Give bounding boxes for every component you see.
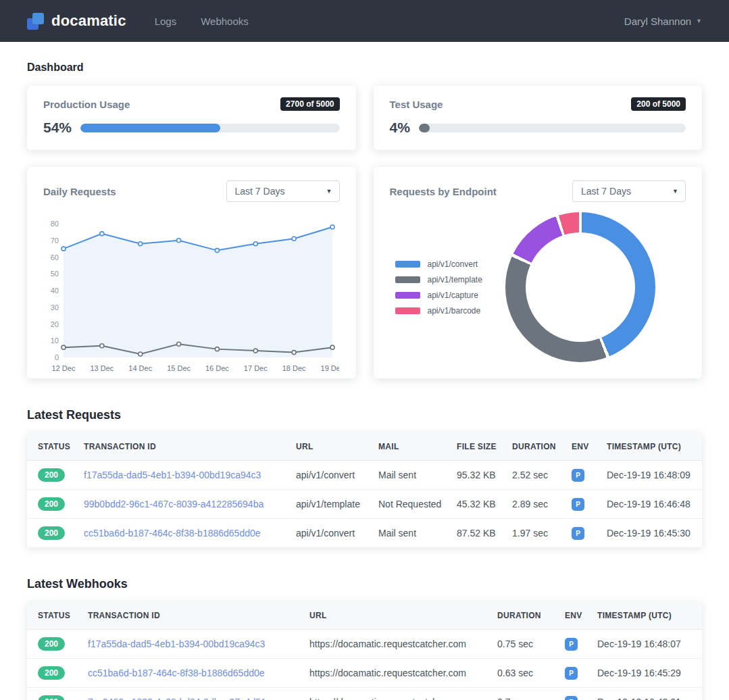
webhook-duration: 0.7 sec — [486, 688, 554, 700]
request-duration: 2.89 sec — [501, 490, 561, 519]
donut-hole — [526, 232, 635, 342]
request-file-size: 87.52 KB — [446, 519, 501, 548]
test-usage-progressbar — [419, 124, 686, 132]
y-tick-label: 10 — [51, 336, 59, 345]
brand-name: docamatic — [51, 12, 126, 30]
endpoint-range-value: Last 7 Days — [581, 186, 631, 197]
legend-label: api/v1/convert — [428, 259, 478, 269]
navbar: docamatic Logs Webhooks Daryl Shannon ▼ — [0, 0, 729, 42]
table-row: 200 99b0bdd2-96c1-467c-8039-a412285694ba… — [27, 490, 702, 519]
webhook-timestamp: Dec-19-19 16:45:29 — [586, 659, 702, 688]
test-usage-card: Test Usage 200 of 5000 4% — [374, 86, 703, 150]
latest-requests-heading: Latest Requests — [27, 408, 702, 422]
legend-item-convert: api/v1/convert — [395, 259, 482, 269]
test-point — [100, 344, 104, 348]
production-point — [139, 242, 143, 246]
legend-swatch — [395, 307, 420, 314]
legend-label: api/v1/capture — [428, 291, 478, 300]
legend-item-capture: api/v1/capture — [395, 291, 482, 300]
request-url: api/v1/convert — [285, 519, 368, 548]
status-badge: 200 — [38, 468, 65, 482]
legend-item-barcode: api/v1/barcode — [395, 306, 482, 316]
test-usage-percent: 4% — [390, 120, 410, 136]
transaction-link[interactable]: 99b0bdd2-96c1-467c-8039-a412285694ba — [84, 499, 263, 509]
request-file-size: 95.32 KB — [446, 461, 501, 490]
nav-link-logs[interactable]: Logs — [155, 16, 177, 27]
status-badge: 200 — [38, 497, 65, 511]
transaction-link[interactable]: f17a55da-dad5-4eb1-b394-00bd19ca94c3 — [84, 470, 261, 480]
request-mail: Mail sent — [368, 461, 446, 490]
test-point — [292, 351, 296, 355]
production-point — [100, 232, 104, 236]
page-title: Dashboard — [27, 61, 702, 74]
col-status: STATUS — [27, 433, 73, 461]
transaction-link[interactable]: 7cc0460c-1830-4c28-bd84-9dbce27a4d51 — [88, 697, 266, 700]
col-url: URL — [299, 602, 486, 630]
brand-logo[interactable]: docamatic — [27, 12, 126, 30]
webhooks-header-row: STATUS TRANSACTION ID URL DURATION ENV T… — [27, 602, 702, 630]
production-usage-progress-fill — [80, 124, 220, 132]
request-duration: 2.52 sec — [501, 461, 561, 490]
status-badge: 200 — [38, 666, 65, 680]
legend-swatch — [395, 261, 420, 268]
chevron-down-icon: ▼ — [696, 18, 702, 24]
y-tick-label: 20 — [51, 320, 59, 328]
webhook-duration: 0.63 sec — [486, 659, 554, 688]
endpoint-range-select[interactable]: Last 7 Days ▼ — [572, 180, 686, 202]
env-badge: P — [565, 667, 578, 680]
production-usage-percent: 54% — [43, 120, 72, 136]
production-point — [61, 247, 66, 251]
request-timestamp: Dec-19-19 16:45:30 — [596, 519, 702, 548]
production-point — [330, 225, 334, 229]
env-badge: P — [572, 469, 584, 482]
table-row: 200 f17a55da-dad5-4eb1-b394-00bd19ca94c3… — [27, 461, 702, 490]
col-timestamp: TIMESTAMP (UTC) — [596, 433, 702, 461]
latest-requests-table: STATUS TRANSACTION ID URL MAIL FILE SIZE… — [27, 433, 702, 547]
test-point — [253, 349, 257, 353]
daily-requests-range-select[interactable]: Last 7 Days ▼ — [226, 180, 340, 202]
x-tick-label: 15 Dec — [167, 364, 191, 372]
status-badge: 200 — [38, 526, 65, 540]
legend-swatch — [395, 292, 420, 299]
y-tick-label: 50 — [51, 270, 59, 278]
main-content: Dashboard Production Usage 2700 of 5000 … — [0, 61, 729, 700]
endpoint-donut-chart — [505, 212, 655, 362]
webhook-url: https://docamatic.requestcatcher.com — [299, 630, 486, 659]
x-tick-label: 17 Dec — [244, 364, 268, 372]
legend-label: api/v1/barcode — [428, 306, 481, 316]
transaction-link[interactable]: cc51ba6d-b187-464c-8f38-b1886d65dd0e — [88, 668, 265, 678]
nav-link-webhooks[interactable]: Webhooks — [201, 16, 249, 27]
status-badge: 200 — [38, 637, 65, 651]
legend-swatch — [395, 276, 420, 283]
production-usage-card: Production Usage 2700 of 5000 54% — [27, 86, 356, 150]
test-point — [61, 345, 66, 349]
production-point — [292, 236, 296, 241]
test-usage-progress-fill — [419, 124, 430, 132]
production-point — [177, 239, 181, 243]
legend-label: api/v1/template — [428, 275, 482, 284]
y-tick-label: 0 — [55, 353, 59, 361]
production-point — [253, 242, 257, 246]
env-badge: P — [565, 696, 578, 700]
test-point — [177, 342, 181, 346]
x-tick-label: 16 Dec — [205, 364, 229, 372]
daily-requests-chart: 0102030405060708012 Dec13 Dec14 Dec15 De… — [43, 217, 340, 379]
transaction-link[interactable]: f17a55da-dad5-4eb1-b394-00bd19ca94c3 — [88, 639, 265, 649]
test-point — [215, 347, 219, 351]
webhook-timestamp: Dec-19-19 16:43:01 — [586, 688, 702, 700]
test-point — [330, 345, 334, 349]
latest-webhooks-table: STATUS TRANSACTION ID URL DURATION ENV T… — [27, 602, 702, 700]
transaction-link[interactable]: cc51ba6d-b187-464c-8f38-b1886d65dd0e — [84, 528, 261, 539]
y-tick-label: 70 — [51, 236, 59, 245]
request-url: api/v1/convert — [285, 461, 368, 490]
user-menu[interactable]: Daryl Shannon ▼ — [624, 16, 702, 27]
endpoint-legend: api/v1/convert api/v1/template api/v1/ca… — [395, 259, 482, 316]
select-caret-icon: ▼ — [326, 188, 332, 195]
x-tick-label: 12 Dec — [52, 364, 76, 372]
daily-requests-card: Daily Requests Last 7 Days ▼ 01020304050… — [27, 167, 356, 378]
webhook-url: https://docamatic.requestcatcher.com — [299, 659, 486, 688]
col-transaction-id: TRANSACTION ID — [73, 433, 285, 461]
requests-header-row: STATUS TRANSACTION ID URL MAIL FILE SIZE… — [27, 433, 702, 461]
col-url: URL — [285, 433, 368, 461]
request-timestamp: Dec-19-19 16:46:48 — [596, 490, 702, 519]
